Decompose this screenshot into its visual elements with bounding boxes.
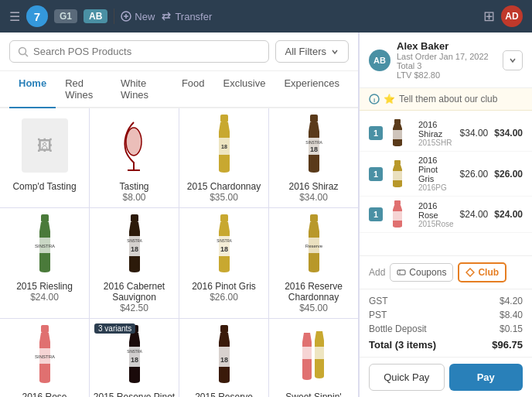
star-icon: ⭐ (384, 94, 395, 104)
product-card-9[interactable]: SINSTRA 2016 Rose $24.00 (0, 319, 89, 397)
coupons-button[interactable]: Coupons (390, 263, 453, 282)
customer-avatar: AB (369, 50, 390, 71)
tab-food[interactable]: Food (172, 71, 214, 108)
wine-bottle-image: SINSTRA 18 (124, 214, 145, 276)
grid-icon[interactable]: ⊞ (483, 8, 495, 25)
svg-text:SINSTRA: SINSTRA (34, 354, 54, 359)
svg-point-1 (19, 47, 26, 54)
quick-pay-button[interactable]: Quick Pay (369, 364, 445, 391)
product-name: 2016 Rose (22, 392, 66, 397)
product-name: 2015 Reserve Pinot Noir (93, 392, 176, 397)
item-image (389, 160, 412, 188)
svg-point-3 (126, 128, 142, 156)
plus-circle-icon (121, 11, 131, 22)
club-button[interactable]: Club (458, 262, 506, 282)
svg-rect-14 (131, 214, 138, 222)
product-card-11[interactable]: 18 2015 Reserve Cabernet Sauvignon $55.0… (179, 319, 268, 397)
svg-rect-42 (393, 171, 402, 180)
svg-text:Reserve: Reserve (305, 244, 322, 248)
pst-row: PST $8.40 (369, 308, 523, 322)
svg-rect-39 (394, 119, 401, 124)
customer-ltv: LTV $82.80 (397, 70, 496, 80)
svg-text:SINSTRA: SINSTRA (217, 239, 232, 243)
product-card-6[interactable]: SINSTRA 18 2016 Cabernet Sauvignon $42.5… (90, 208, 179, 318)
search-bar: All Filters (0, 33, 358, 71)
user-avatar[interactable]: AD (501, 5, 523, 27)
product-price: $42.50 (120, 303, 148, 313)
svg-rect-44 (393, 211, 402, 221)
svg-rect-25 (41, 325, 49, 333)
product-image-placeholder: 🖼 (22, 118, 68, 173)
action-buttons: Quick Pay Pay (360, 357, 532, 397)
svg-rect-32 (220, 325, 228, 333)
svg-text:SINSTRA: SINSTRA (127, 350, 142, 354)
search-input[interactable] (33, 46, 261, 57)
svg-rect-45 (397, 270, 405, 275)
product-name: Sweet Sippin' Bundle (272, 392, 355, 397)
order-item-3[interactable]: 1 2016 Rose 2015Rose $24.00 $24.00 (360, 197, 532, 233)
tab-white-wines[interactable]: White Wines (111, 71, 172, 108)
product-card-3[interactable]: 18 2015 Chardonnay $35.00 (179, 108, 268, 207)
tab-red-wines[interactable]: Red Wines (56, 71, 111, 108)
tab-experiences[interactable]: Experiences (275, 71, 349, 108)
svg-rect-35 (302, 347, 312, 359)
tab-exclusive[interactable]: Exclusive (214, 71, 275, 108)
svg-rect-22 (310, 214, 318, 222)
item-quantity: 1 (369, 167, 383, 181)
item-details: 2016 Shiraz 2015SHR (418, 120, 454, 147)
add-label: Add (369, 267, 385, 278)
product-card-12[interactable]: Sweet Sippin' Bundle $40.00 (269, 319, 358, 397)
item-unit-price: $24.00 (460, 209, 489, 220)
new-button[interactable]: New (121, 11, 155, 22)
product-card-2[interactable]: Tasting $8.00 (90, 108, 179, 207)
tab-home[interactable]: Home (9, 71, 56, 108)
item-quantity: 1 (369, 207, 383, 221)
svg-rect-11 (41, 214, 49, 222)
item-sku: 2016PG (418, 183, 454, 192)
svg-text:18: 18 (130, 245, 138, 253)
product-card-1[interactable]: 🖼 Comp'd Tasting (0, 108, 89, 207)
wine-bottle-image: 18 (213, 325, 235, 387)
product-name: 2016 Reserve Chardonnay (272, 281, 355, 303)
svg-text:18: 18 (220, 356, 227, 364)
product-name: Comp'd Tasting (12, 181, 76, 192)
svg-text:i: i (373, 97, 375, 104)
product-card-8[interactable]: Reserve 2016 Reserve Chardonnay $45.00 (269, 208, 358, 318)
item-quantity: 1 (369, 126, 383, 140)
transfer-icon (161, 11, 172, 22)
gst-row: GST $4.20 (369, 294, 523, 308)
order-item-2[interactable]: 1 2016 Pinot Gris 2016PG $26.00 $26.00 (360, 152, 532, 197)
customer-header: AB Alex Baker Last Order Jan 17, 2022 To… (360, 33, 532, 88)
product-card-10[interactable]: 3 variants SINSTRA 18 2015 Reserve Pinot… (90, 319, 179, 397)
order-item-1[interactable]: 1 2016 Shiraz 2015SHR $34.00 $34.00 (360, 115, 532, 152)
product-name: 2015 Chardonnay (187, 181, 261, 192)
svg-marker-47 (466, 269, 474, 276)
variant-badge: 3 variants (94, 323, 135, 334)
info-icon: i (369, 94, 380, 104)
product-card-5[interactable]: SINSTRA 2015 Riesling $24.00 (0, 208, 89, 318)
product-tabs: Home Red Wines White Wines Food Exclusiv… (0, 71, 358, 108)
svg-text:18: 18 (221, 144, 227, 149)
item-sku: 2015SHR (418, 139, 454, 147)
wine-glass-image (117, 115, 152, 176)
svg-rect-40 (393, 130, 402, 139)
svg-line-2 (26, 53, 29, 56)
product-card-7[interactable]: SINSTRA 18 2016 Pinot Gris $26.00 (179, 208, 268, 318)
chevron-down-icon (331, 48, 339, 56)
item-image (389, 200, 412, 228)
wine-bottle-image: SINSTRA (34, 214, 56, 276)
pay-button[interactable]: Pay (449, 364, 523, 391)
product-name: Tasting (119, 181, 148, 192)
product-name: 2016 Pinot Gris (192, 281, 256, 292)
filter-button[interactable]: All Filters (275, 40, 349, 63)
customer-expand-button[interactable] (503, 50, 523, 70)
bundle-image (295, 325, 333, 387)
chevron-down-icon (509, 56, 517, 64)
wine-bottle-image: SINSTRA 18 (303, 115, 325, 176)
wine-bottle-image: SINSTRA 18 (124, 325, 145, 387)
app-logo: 7 (26, 5, 48, 27)
product-card-4[interactable]: SINSTRA 18 2016 Shiraz $34.00 (269, 108, 358, 207)
hamburger-icon[interactable]: ☰ (9, 9, 20, 24)
item-details: 2016 Pinot Gris 2016PG (418, 156, 454, 192)
transfer-button[interactable]: Transfer (161, 11, 212, 22)
